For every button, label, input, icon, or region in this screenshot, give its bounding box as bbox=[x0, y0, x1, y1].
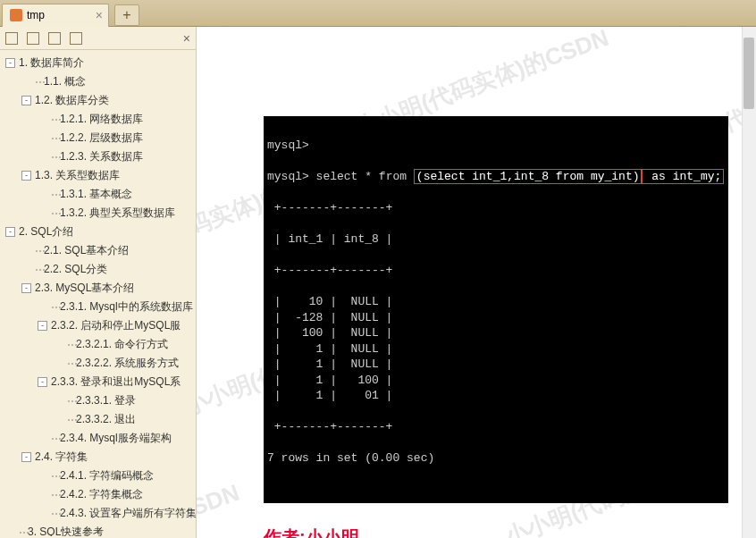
sidebar: × -1. 数据库简介⋯ 1.1. 概念-1.2. 数据库分类⋯ 1.2.1. … bbox=[0, 27, 197, 538]
tree-item[interactable]: ⋯ 1.2.1. 网络数据库 bbox=[0, 110, 196, 129]
tab-title: tmp bbox=[27, 9, 45, 21]
tree-toggle-icon bbox=[54, 415, 63, 425]
tree-label: 2.3. MySQL基本介绍 bbox=[35, 281, 134, 296]
table-row: | 10 | NULL | bbox=[264, 294, 728, 310]
tree-toggle-icon bbox=[54, 396, 63, 406]
tree-item[interactable]: -2.4. 字符集 bbox=[0, 448, 196, 467]
sidebar-close-icon[interactable]: × bbox=[183, 31, 190, 46]
tab-bar: tmp × + bbox=[0, 0, 756, 27]
tree-item[interactable]: ⋯ 2.3.1. Mysql中的系统数据库 bbox=[0, 298, 196, 316]
table-row: | 1 | NULL | bbox=[264, 357, 728, 373]
tree-item[interactable]: ⋯ 2.3.2.2. 系统服务方式 bbox=[0, 354, 196, 373]
tool-icon-3[interactable] bbox=[48, 32, 61, 45]
tree-toggle-icon bbox=[38, 302, 47, 312]
query-highlight-2: as int_my; bbox=[642, 169, 724, 184]
tree-label: 2.3.2.2. 系统服务方式 bbox=[76, 356, 179, 371]
tree-label: 2.2. SQL分类 bbox=[44, 262, 107, 277]
tree-toggle-icon bbox=[5, 527, 15, 536]
tree-toggle-icon bbox=[38, 490, 47, 500]
tree-label: 1.3.2. 典型关系型数据库 bbox=[60, 206, 175, 221]
tree-toggle-icon bbox=[38, 433, 47, 443]
table-row: | 1 | 01 | bbox=[264, 388, 728, 404]
tree-label: 1.3.1. 基本概念 bbox=[60, 187, 132, 202]
tree-label: 1.2. 数据库分类 bbox=[35, 93, 109, 108]
tree-toggle-icon bbox=[21, 246, 31, 256]
tree-toggle-icon[interactable]: - bbox=[21, 171, 31, 181]
tree-item[interactable]: ⋯ 2.3.3.2. 退出 bbox=[0, 410, 196, 429]
tree-toggle-icon bbox=[54, 358, 63, 368]
tree-label: 2.4.3. 设置客户端所有字符集 bbox=[60, 506, 196, 521]
tree-item[interactable]: ⋯ 2.4.1. 字符编码概念 bbox=[0, 467, 196, 485]
tree-label: 1.2.3. 关系数据库 bbox=[60, 149, 143, 164]
tree-label: 2.3.4. Mysql服务端架构 bbox=[60, 431, 172, 446]
tree-toggle-icon[interactable]: - bbox=[5, 227, 15, 237]
table-row: | -128 | NULL | bbox=[264, 310, 728, 326]
tree-item[interactable]: ⋯ 2.2. SQL分类 bbox=[0, 260, 196, 279]
tree-item[interactable]: ⋯ 1.2.3. 关系数据库 bbox=[0, 147, 196, 166]
tab-file-icon bbox=[10, 9, 22, 21]
tree-toggle-icon[interactable]: - bbox=[21, 452, 31, 462]
tree-item[interactable]: -2.3. MySQL基本介绍 bbox=[0, 279, 196, 298]
table-row: | 100 | NULL | bbox=[264, 325, 728, 341]
tree-item[interactable]: -1. 数据库简介 bbox=[0, 54, 196, 72]
tree-item[interactable]: -2.3.3. 登录和退出MySQL系 bbox=[0, 373, 196, 391]
tree-label: 2. SQL介绍 bbox=[19, 224, 73, 240]
tree-item[interactable]: ⋯ 2.4.2. 字符集概念 bbox=[0, 485, 196, 504]
tree-label: 2.3.3.2. 退出 bbox=[76, 412, 136, 427]
tree-label: 2.3.3. 登录和退出MySQL系 bbox=[51, 374, 181, 390]
tree-toggle-icon bbox=[38, 189, 47, 199]
tree-toggle-icon bbox=[38, 509, 47, 518]
tree-label: 1.1. 概念 bbox=[44, 74, 86, 89]
tree-item[interactable]: ⋯ 2.3.3.1. 登录 bbox=[0, 391, 196, 410]
new-tab-button[interactable]: + bbox=[114, 4, 139, 26]
tree-label: 3. SQL快速参考 bbox=[28, 525, 104, 536]
tree-toggle-icon[interactable]: - bbox=[5, 58, 15, 68]
tree-item[interactable]: -2.3.2. 启动和停止MySQL服 bbox=[0, 316, 196, 335]
tree-item[interactable]: ⋯ 2.1. SQL基本介绍 bbox=[0, 241, 196, 260]
tree-label: 2.1. SQL基本介绍 bbox=[44, 243, 129, 258]
tool-icon-1[interactable] bbox=[5, 32, 18, 45]
tree-toggle-icon bbox=[38, 133, 47, 143]
table-row: | 1 | NULL | bbox=[264, 341, 728, 357]
tree-item[interactable]: ⋯ 1.3.2. 典型关系型数据库 bbox=[0, 204, 196, 223]
tree-label: 2.3.2.1. 命令行方式 bbox=[76, 337, 168, 352]
tree-label: 2.4.1. 字符编码概念 bbox=[60, 468, 154, 483]
tree-item[interactable]: ⋯ 2.4.3. 设置客户端所有字符集 bbox=[0, 504, 196, 523]
tree-toggle-icon bbox=[21, 77, 31, 87]
tree-label: 2.3.2. 启动和停止MySQL服 bbox=[51, 318, 181, 333]
table-row: | 1 | 100 | bbox=[264, 373, 728, 389]
tree-item[interactable]: ⋯ 3. SQL快速参考 bbox=[0, 523, 196, 536]
tree-label: 2.3.1. Mysql中的系统数据库 bbox=[60, 299, 193, 315]
tree-toggle-icon[interactable]: - bbox=[21, 96, 31, 105]
tree-toggle-icon bbox=[38, 471, 47, 481]
tree-item[interactable]: -1.2. 数据库分类 bbox=[0, 91, 196, 110]
tree-item[interactable]: ⋯ 1.1. 概念 bbox=[0, 72, 196, 91]
tree-toggle-icon[interactable]: - bbox=[21, 283, 31, 293]
tree-toggle-icon[interactable]: - bbox=[38, 321, 47, 331]
close-icon[interactable]: × bbox=[96, 8, 103, 22]
tree-item[interactable]: -1.3. 关系型数据库 bbox=[0, 166, 196, 185]
content-area: 小小明(代码实体)的CSDN 小小明(代码实体)的CSDN 代码实体)的CSDN… bbox=[197, 27, 756, 538]
sidebar-toolbar: × bbox=[0, 27, 196, 50]
outline-tree: -1. 数据库简介⋯ 1.1. 概念-1.2. 数据库分类⋯ 1.2.1. 网络… bbox=[0, 50, 196, 536]
tree-item[interactable]: ⋯ 2.3.4. Mysql服务端架构 bbox=[0, 429, 196, 448]
tree-item[interactable]: -2. SQL介绍 bbox=[0, 223, 196, 241]
tree-toggle-icon bbox=[21, 265, 31, 274]
tree-label: 1.3. 关系型数据库 bbox=[35, 168, 120, 183]
tree-label: 1. 数据库简介 bbox=[19, 55, 84, 71]
tool-icon-2[interactable] bbox=[27, 32, 39, 45]
tree-item[interactable]: ⋯ 1.3.1. 基本概念 bbox=[0, 185, 196, 204]
tree-label: 1.2.1. 网络数据库 bbox=[60, 112, 143, 127]
tree-label: 2.4.2. 字符集概念 bbox=[60, 487, 143, 502]
tool-icon-4[interactable] bbox=[70, 32, 82, 45]
tree-toggle-icon bbox=[38, 208, 47, 218]
author-line: 作者:小小明 bbox=[264, 525, 756, 538]
mouse-cursor-icon: ↖ bbox=[606, 183, 617, 200]
tree-toggle-icon[interactable]: - bbox=[38, 377, 47, 387]
tree-toggle-icon bbox=[38, 152, 47, 162]
tree-item[interactable]: ⋯ 1.2.2. 层级数据库 bbox=[0, 129, 196, 147]
tab-tmp[interactable]: tmp × bbox=[2, 4, 109, 27]
tree-label: 2.3.3.1. 登录 bbox=[76, 393, 136, 408]
scroll-thumb[interactable] bbox=[743, 38, 754, 109]
tree-item[interactable]: ⋯ 2.3.2.1. 命令行方式 bbox=[0, 335, 196, 354]
